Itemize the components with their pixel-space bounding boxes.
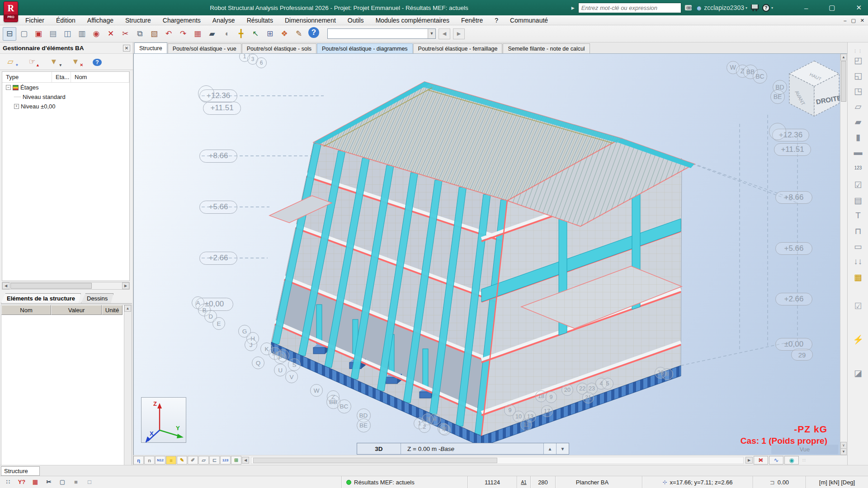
tree-expander[interactable]: + [14,104,19,109]
paste-icon[interactable]: ▧ [147,27,161,41]
current-element[interactable]: Plancher BA [555,476,629,488]
scroll-down-icon[interactable]: ▼ [840,448,847,455]
node-count[interactable]: 11124 [467,476,517,488]
print-preview-icon[interactable]: ◫ [61,27,74,41]
tools-icon[interactable]: ✎ [292,27,306,41]
hand-pick-icon[interactable]: ☞▲ [26,57,38,66]
view-mode-label[interactable]: 3D [357,443,401,454]
print-icon[interactable]: ▤ [46,27,60,41]
units-display[interactable]: [m] [kN] [Deg] [806,476,868,488]
pan-icon[interactable]: ╋ [234,27,248,41]
zoom-mouse-icon[interactable]: ◖ [220,27,233,41]
help-menu[interactable]: ? ▾ [762,4,773,12]
cube-solid-icon[interactable]: ■ [71,477,81,487]
new-document-icon[interactable]: ▢ [17,27,31,41]
level-selector-bar[interactable]: 3D Z = 0.00 m - Base ▲ ▼ [357,443,569,455]
viewport-vertical-scrollbar[interactable]: ▲ ∨ ▼ [840,54,847,455]
view-cube[interactable]: HAUT AVANT DROITE [789,61,840,116]
close-icon[interactable]: ✕ [123,45,130,52]
scroll-right-icon[interactable]: ▶ [122,282,129,289]
menu-communaut-[interactable]: Communauté [510,17,548,24]
check-gray-icon[interactable]: ☑ [851,299,865,313]
user-menu[interactable]: ☻ zcclapizo2303 ▾ [695,4,747,12]
nav-forward-button[interactable]: ▶ [453,28,465,39]
fem-results-status[interactable]: Résultats MEF: actuels [341,476,467,488]
menu-structure[interactable]: Structure [125,17,151,24]
search-input[interactable] [578,3,681,13]
tool-icon[interactable]: ✐ [188,456,198,465]
mdi-close-icon[interactable]: ✕ [860,18,864,23]
view-manager-icon[interactable]: ⊞ [263,27,277,41]
beam-icon[interactable]: ▬ [851,145,865,159]
structure-window-tab[interactable]: Structure [1,466,40,476]
panel-icon[interactable]: ▱ [198,456,209,465]
3d-viewport[interactable]: HAUT AVANT DROITE +12.36+11.51+8.66+5.66… [133,54,840,455]
scroll-up-icon[interactable]: ▲ [840,54,847,61]
tree-item-niveau-±0,00[interactable]: +Niveau ±0,00 [2,102,129,111]
n12-label-icon[interactable]: N12 [155,456,165,465]
menu-modules-compl-mentaires[interactable]: Modules complémentaires [376,17,449,24]
chevron-down-icon[interactable]: ▼ [428,29,435,38]
view-overlay-bar[interactable]: Vue [771,445,838,454]
structure-manager-icon[interactable]: ⊟ [3,27,16,41]
level-up-button[interactable]: ▲ [543,443,556,454]
footing-icon[interactable]: ▦ [851,270,865,284]
snap-add-icon[interactable]: ∷ [3,477,14,487]
table-header-unite[interactable]: Unité [102,305,123,315]
help-icon[interactable]: ? [91,57,103,66]
tab-poutre-sol-lastique-vue[interactable]: Poutre/sol élastique - vue [168,43,241,53]
tab-poutre-sol-lastique-sols[interactable]: Poutre/sol élastique - sols [242,43,316,53]
tree-expander[interactable]: − [6,85,11,90]
lightning-panel-icon[interactable]: ⚡ [851,333,865,346]
menu-affichage[interactable]: Affichage [87,17,113,24]
tab-structure[interactable]: Structure [134,42,167,53]
menu-outils[interactable]: Outils [348,17,364,24]
y-query-icon[interactable]: Y? [16,477,27,487]
scrollbar-thumb[interactable] [10,283,92,289]
scroll-left-icon[interactable]: ◀ [2,282,9,289]
mdi-window-buttons[interactable]: –▢✕ [844,15,864,25]
eta-release-icon[interactable]: η [133,456,144,465]
delete-icon[interactable]: ✕ [104,27,118,41]
screen-capture-icon[interactable]: ◉ [90,27,103,41]
support-beam-icon[interactable]: ▭ [851,239,865,253]
save-icon[interactable]: ▣ [32,27,45,41]
tab-poutre-sol-lastique-diagrammes[interactable]: Poutre/sol élastique - diagrammes [317,43,413,53]
viewport-horizontal-scrollbar[interactable] [251,457,744,464]
search-icon[interactable]: ◎◎ [685,5,692,10]
help-icon[interactable]: ? [308,27,319,38]
ground-support-icon[interactable]: ≡ [166,456,176,465]
menu-r-sultats[interactable]: Résultats [247,17,273,24]
loads-icon[interactable]: ↓↓ [851,255,865,268]
mdi-restore-icon[interactable]: ▢ [851,18,855,23]
menu--dition[interactable]: Édition [56,17,75,24]
column-icon[interactable]: ▮ [851,130,865,144]
blocks-icon[interactable]: ▦ [30,477,41,487]
table-header-nom[interactable]: Nom [1,305,51,315]
a1-badge[interactable]: A1 [517,476,530,488]
cut-icon[interactable]: ✂ [118,27,132,41]
scroll-chevron-icon[interactable]: ∨ [840,442,847,449]
restore-button[interactable]: ▢ [829,4,835,12]
formwork-icon[interactable]: ⊓ [851,224,865,238]
search-expand-icon[interactable]: ▸ [571,4,575,11]
t-profile-icon[interactable]: T [851,209,865,222]
grid-add-icon[interactable]: ⊞ [231,456,241,465]
tab-poutre-sol-lastique-ferraillage[interactable]: Poutre/sol élastique - ferraillage [413,43,503,53]
nav-back-button[interactable]: ◀ [439,28,450,39]
orbit-3d-icon[interactable]: ❖ [278,27,291,41]
menu-fichier[interactable]: Fichier [25,17,44,24]
calculator-icon[interactable]: ▦ [191,27,204,41]
panel-tab-el-ments-de-la-structure[interactable]: Eléments de la structure [1,293,81,303]
mdi-minimize-icon[interactable]: – [844,18,846,23]
menu-?[interactable]: ? [495,17,498,24]
cube-results-icon[interactable]: ◪ [851,366,865,380]
tree-column-type[interactable]: Type [2,72,52,82]
numbering-icon[interactable]: 123 [851,161,865,174]
bar-count[interactable]: 280 [530,476,555,488]
tree-item--tages[interactable]: −Étages [2,83,129,92]
copy-icon[interactable]: ⧉ [133,27,146,41]
numbers-icon[interactable]: 123 [220,456,231,465]
menu-fen-tre[interactable]: Fenêtre [461,17,483,24]
menu-analyse[interactable]: Analyse [212,17,235,24]
